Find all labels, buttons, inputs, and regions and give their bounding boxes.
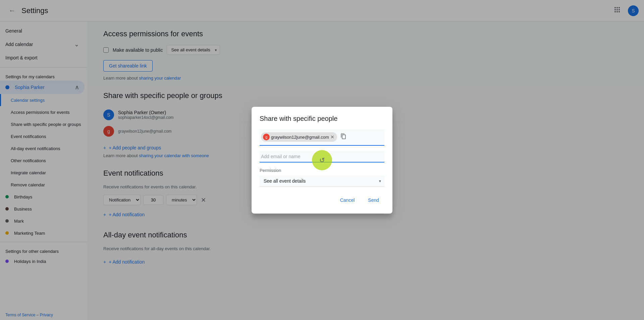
copy-button[interactable] (339, 132, 348, 142)
chip-avatar: g (263, 134, 270, 140)
share-dialog: Share with specific people g graywilson1… (252, 107, 392, 214)
chip-close-icon[interactable]: ✕ (330, 135, 334, 139)
permission-full-wrapper: See all event details (260, 176, 384, 187)
send-button[interactable]: Send (363, 195, 384, 205)
dialog-overlay: Share with specific people g graywilson1… (0, 0, 644, 320)
cancel-button[interactable]: Cancel (335, 195, 360, 205)
permission-full-select[interactable]: See all event details (260, 176, 384, 187)
chip-input-area[interactable]: g graywilson12june@gmail.com ✕ (260, 129, 384, 146)
chip-email-text: graywilson12june@gmail.com (271, 135, 329, 140)
permission-label: Permission (260, 168, 384, 173)
email-input[interactable] (260, 151, 384, 163)
email-chip: g graywilson12june@gmail.com ✕ (261, 132, 337, 142)
dialog-title: Share with specific people (260, 115, 384, 123)
copy-icon (340, 134, 346, 141)
dialog-actions: Cancel Send (260, 195, 384, 205)
